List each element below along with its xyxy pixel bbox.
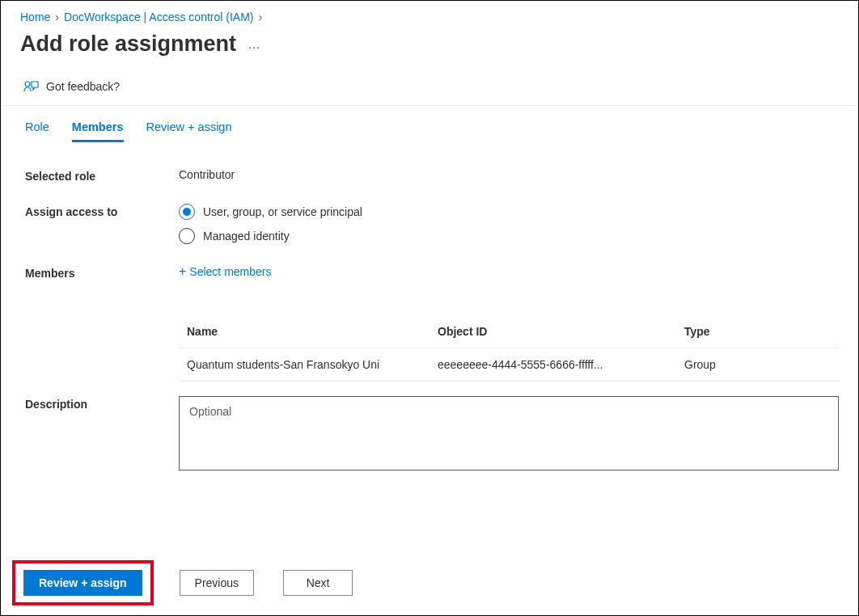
radio-selected-icon [179, 204, 195, 220]
previous-button[interactable]: Previous [180, 570, 254, 596]
form-area: Selected role Contributor Assign access … [1, 168, 858, 473]
radio-managed-identity[interactable]: Managed identity [179, 228, 839, 244]
radio-user-label: User, group, or service principal [203, 205, 362, 218]
cell-type: Group [684, 358, 831, 371]
chevron-right-icon: › [55, 11, 59, 23]
row-selected-role: Selected role Contributor [25, 168, 839, 183]
row-description: Description [25, 396, 839, 473]
select-members-link[interactable]: + Select members [179, 265, 272, 278]
highlight-annotation: Review + assign [12, 560, 154, 605]
assign-access-label: Assign access to [25, 204, 179, 218]
tabs: Role Members Review + assign [1, 106, 858, 142]
more-actions-icon[interactable]: … [248, 37, 261, 52]
footer: Review + assign Previous Next [12, 560, 839, 605]
selected-role-label: Selected role [25, 168, 179, 183]
row-assign-access: Assign access to User, group, or service… [25, 204, 839, 244]
row-members: Members + Select members Name Object ID … [25, 265, 839, 382]
radio-user-group-principal[interactable]: User, group, or service principal [179, 204, 839, 220]
radio-managed-label: Managed identity [203, 230, 290, 243]
radio-unselected-icon [179, 228, 195, 244]
cell-objectid: eeeeeeee-4444-5555-6666-fffff... [438, 358, 684, 371]
tab-members[interactable]: Members [72, 120, 124, 142]
select-members-label: Select members [189, 265, 271, 278]
header-name: Name [187, 325, 438, 338]
feedback-label: Got feedback? [46, 80, 120, 93]
assign-access-radio-group: User, group, or service principal Manage… [179, 204, 839, 244]
selected-role-value: Contributor [179, 168, 839, 181]
breadcrumb: Home › DocWorkspace | Access control (IA… [1, 1, 858, 27]
cell-name: Quantum students-San Fransokyo Uni [187, 358, 438, 371]
plus-icon: + [179, 265, 186, 278]
next-button[interactable]: Next [283, 570, 353, 596]
table-row: Quantum students-San Fransokyo Uni eeeee… [179, 348, 839, 381]
description-input[interactable] [179, 396, 839, 470]
feedback-link[interactable]: Got feedback? [1, 71, 858, 106]
tab-role[interactable]: Role [25, 120, 49, 142]
description-label: Description [25, 396, 179, 411]
chevron-right-icon: › [258, 11, 262, 23]
review-assign-button[interactable]: Review + assign [23, 570, 142, 596]
header-objectid: Object ID [438, 325, 684, 338]
table-header: Name Object ID Type [179, 315, 839, 348]
page-title: Add role assignment [20, 32, 236, 57]
members-table: Name Object ID Type Quantum students-San… [179, 315, 839, 382]
tab-review[interactable]: Review + assign [146, 120, 232, 142]
header-type: Type [684, 325, 831, 338]
title-row: Add role assignment … [1, 27, 858, 71]
svg-point-0 [25, 82, 30, 86]
feedback-icon [23, 79, 40, 94]
breadcrumb-home[interactable]: Home [20, 11, 50, 23]
members-label: Members [25, 265, 179, 280]
breadcrumb-workspace[interactable]: DocWorkspace | Access control (IAM) [64, 11, 253, 23]
